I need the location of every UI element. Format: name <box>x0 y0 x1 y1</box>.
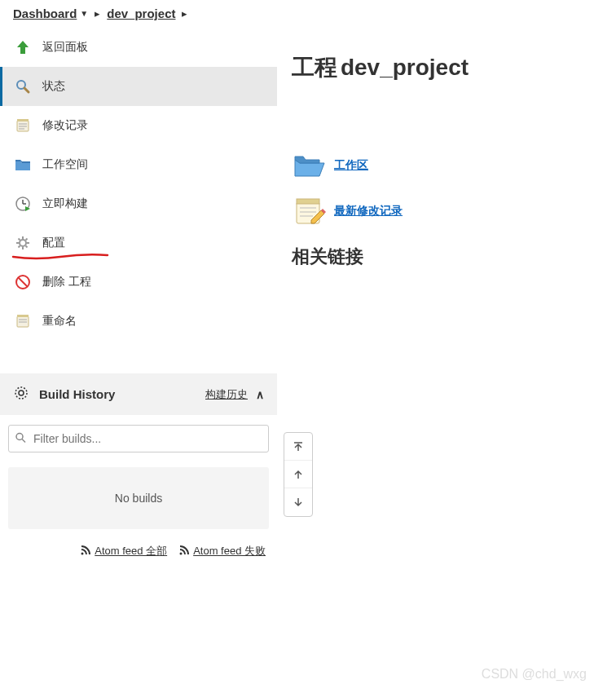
feed-label: Atom feed 失败 <box>193 544 266 558</box>
svg-line-16 <box>26 246 28 248</box>
hand-drawn-annotation <box>11 253 109 261</box>
breadcrumb-project-link[interactable]: dev_project <box>107 7 175 20</box>
atom-feed-all-link[interactable]: Atom feed 全部 <box>80 544 167 558</box>
sidebar-item-build-now[interactable]: 立即构建 <box>0 184 277 223</box>
notepad-icon <box>13 311 33 331</box>
workspace-link[interactable]: 工作区 <box>334 158 368 173</box>
sidebar: 返回面板 状态 修改记录 工作空间 立即构建 <box>0 28 277 688</box>
svg-line-1 <box>24 88 29 92</box>
related-links-heading: 相关链接 <box>292 245 601 269</box>
clock-play-icon <box>13 194 33 214</box>
svg-point-29 <box>81 552 84 554</box>
sidebar-item-label: 立即构建 <box>42 196 88 211</box>
atom-feeds: Atom feed 全部 Atom feed 失败 <box>0 534 277 568</box>
svg-rect-6 <box>17 119 29 121</box>
sidebar-item-delete[interactable]: 删除 工程 <box>0 263 277 302</box>
magnifier-icon <box>13 77 33 96</box>
recent-changes-link-row: 最新修改记录 <box>292 194 601 228</box>
folder-blue-icon <box>13 155 33 174</box>
sidebar-item-workspace[interactable]: 工作空间 <box>0 145 277 184</box>
no-builds-message: No builds <box>8 467 269 529</box>
breadcrumb-separator-icon: ▸ <box>182 7 187 20</box>
svg-line-17 <box>19 246 20 248</box>
sidebar-item-rename[interactable]: 重命名 <box>0 302 277 341</box>
filter-builds-input[interactable] <box>8 425 269 452</box>
recent-changes-link[interactable]: 最新修改记录 <box>334 204 403 218</box>
sidebar-item-label: 删除 工程 <box>42 275 91 289</box>
folder-open-icon <box>292 148 326 183</box>
sidebar-item-status[interactable]: 状态 <box>0 67 277 106</box>
sidebar-item-label: 状态 <box>42 79 65 94</box>
sidebar-item-label: 配置 <box>42 236 65 250</box>
watermark: CSDN @chd_wxg <box>482 667 587 682</box>
page-title-prefix: 工程 <box>292 55 337 80</box>
page-title-name: dev_project <box>341 55 469 80</box>
svg-point-27 <box>16 434 23 440</box>
svg-line-18 <box>26 239 28 241</box>
sidebar-item-changes[interactable]: 修改记录 <box>0 106 277 145</box>
brightness-icon <box>13 385 29 404</box>
svg-line-15 <box>19 239 20 241</box>
feed-label: Atom feed 全部 <box>95 544 167 558</box>
workspace-link-row: 工作区 <box>292 148 601 183</box>
main-content: 工程 dev_project 工作区 最新修改记录 相关链接 <box>277 28 616 688</box>
atom-feed-failed-link[interactable]: Atom feed 失败 <box>178 544 266 558</box>
rss-icon <box>80 545 91 558</box>
notepad-pencil-icon <box>292 194 326 228</box>
sidebar-item-configure[interactable]: 配置 <box>0 223 277 263</box>
svg-point-10 <box>20 240 26 246</box>
scroll-control-box <box>284 432 313 517</box>
scroll-top-button[interactable] <box>284 433 312 461</box>
svg-rect-24 <box>17 315 29 317</box>
sidebar-item-label: 工作空间 <box>42 157 88 172</box>
notepad-icon <box>13 116 33 135</box>
build-history-trend-link[interactable]: 构建历史 <box>205 387 248 402</box>
search-icon <box>15 432 26 446</box>
chevron-up-icon[interactable]: ∧ <box>256 388 264 401</box>
svg-point-26 <box>15 387 27 399</box>
build-history-header[interactable]: Build History 构建历史 ∧ <box>0 373 277 415</box>
breadcrumb: Dashboard ▼ ▸ dev_project ▸ <box>0 0 616 28</box>
svg-rect-32 <box>297 199 319 204</box>
breadcrumb-root-link[interactable]: Dashboard <box>13 7 77 20</box>
breadcrumb-separator-icon: ▸ <box>95 7 100 20</box>
sidebar-item-label: 重命名 <box>42 314 77 329</box>
page-title: 工程 dev_project <box>292 52 601 83</box>
sidebar-item-label: 返回面板 <box>42 40 88 55</box>
no-entry-icon <box>13 272 33 292</box>
svg-point-25 <box>19 391 24 395</box>
svg-point-30 <box>180 552 183 554</box>
gear-icon <box>13 233 33 253</box>
svg-line-28 <box>22 439 25 443</box>
sidebar-item-back[interactable]: 返回面板 <box>0 28 277 67</box>
rss-icon <box>178 545 190 558</box>
scroll-up-button[interactable] <box>284 461 312 488</box>
up-arrow-green-icon <box>13 38 33 57</box>
svg-line-20 <box>19 278 28 287</box>
sidebar-item-label: 修改记录 <box>42 118 88 133</box>
dropdown-caret-icon[interactable]: ▼ <box>80 9 88 18</box>
build-history-title: Build History <box>39 387 205 401</box>
scroll-down-button[interactable] <box>284 488 312 516</box>
